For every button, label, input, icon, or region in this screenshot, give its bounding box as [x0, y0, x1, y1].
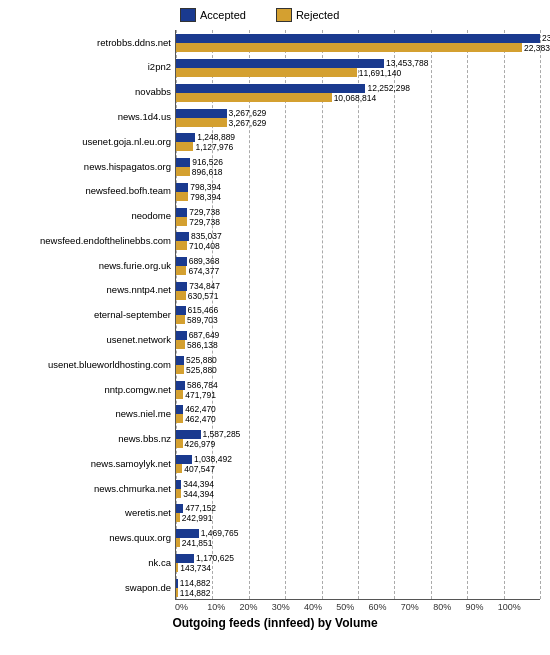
bar-rejected — [176, 390, 183, 399]
bar-row: 1,038,492407,547 — [176, 454, 540, 472]
bar-row: 586,784471,791 — [176, 380, 540, 398]
bar-rejected — [176, 266, 186, 275]
legend-accepted: Accepted — [180, 8, 246, 22]
x-tick: 70% — [401, 602, 433, 612]
bar-accepted — [176, 84, 365, 93]
bar-accepted — [176, 430, 201, 439]
bar-row: 729,738729,738 — [176, 207, 540, 225]
bar-label-accepted: 835,037 — [191, 231, 222, 241]
bar-rejected — [176, 464, 182, 473]
bar-label-rejected: 729,738 — [189, 217, 220, 227]
bar-row: 1,587,285426,979 — [176, 429, 540, 447]
bar-accepted — [176, 554, 194, 563]
bar-label-accepted: 477,152 — [185, 503, 216, 513]
bar-rejected — [176, 439, 183, 448]
bar-label-rejected: 1,127,976 — [195, 142, 233, 152]
bar-label-accepted: 689,368 — [189, 256, 220, 266]
bar-label-accepted: 344,394 — [183, 479, 214, 489]
y-label: i2pn2 — [10, 58, 171, 76]
bar-rejected — [176, 365, 184, 374]
y-label: nk.ca — [10, 554, 171, 572]
x-tick: 50% — [336, 602, 368, 612]
bar-label-rejected: 589,703 — [187, 315, 218, 325]
bar-label-rejected: 143,734 — [180, 563, 211, 573]
bar-rejected — [176, 340, 185, 349]
bar-row: 525,880525,880 — [176, 355, 540, 373]
bar-label-accepted: 586,784 — [187, 380, 218, 390]
bar-accepted — [176, 133, 195, 142]
bar-rejected — [176, 513, 180, 522]
y-label: weretis.net — [10, 504, 171, 522]
bar-label-rejected: 242,991 — [182, 513, 213, 523]
y-label: newsfeed.endofthelinebbs.com — [10, 232, 171, 250]
bar-label-rejected: 407,547 — [184, 464, 215, 474]
x-tick: 90% — [465, 602, 497, 612]
bar-accepted — [176, 529, 199, 538]
bar-row: 12,252,29810,068,814 — [176, 83, 540, 101]
bar-label-rejected: 462,470 — [185, 414, 216, 424]
bar-label-accepted: 13,453,788 — [386, 58, 429, 68]
bar-label-rejected: 241,851 — [182, 538, 213, 548]
bars-area: 23,544,60122,383,77913,453,78811,691,140… — [175, 30, 540, 600]
bar-accepted — [176, 282, 187, 291]
bar-accepted — [176, 306, 186, 315]
bar-label-rejected: 10,068,814 — [334, 93, 377, 103]
y-label: news.quux.org — [10, 529, 171, 547]
y-label: news.hispagatos.org — [10, 157, 171, 175]
bar-label-rejected: 525,880 — [186, 365, 217, 375]
bar-rejected — [176, 414, 183, 423]
bar-label-rejected: 426,979 — [185, 439, 216, 449]
legend-rejected-box — [276, 8, 292, 22]
bar-label-accepted: 1,469,765 — [201, 528, 239, 538]
y-label: usenet.network — [10, 331, 171, 349]
bar-rejected — [176, 489, 181, 498]
chart-container: Accepted Rejected retrobbs.ddns.neti2pn2… — [0, 0, 550, 655]
y-label: news.1d4.us — [10, 108, 171, 126]
bar-row: 3,267,6293,267,629 — [176, 108, 540, 126]
bar-accepted — [176, 480, 181, 489]
y-label: retrobbs.ddns.net — [10, 33, 171, 51]
y-label: swapon.de — [10, 579, 171, 597]
bar-label-accepted: 1,038,492 — [194, 454, 232, 464]
bar-rejected — [176, 167, 190, 176]
x-tick: 40% — [304, 602, 336, 612]
y-label: newsfeed.bofh.team — [10, 182, 171, 200]
bar-label-rejected: 344,394 — [183, 489, 214, 499]
bar-accepted — [176, 455, 192, 464]
bar-label-rejected: 471,791 — [185, 390, 216, 400]
y-label: neodome — [10, 207, 171, 225]
bar-label-accepted: 734,847 — [189, 281, 220, 291]
bar-rejected — [176, 217, 187, 226]
bar-label-rejected: 586,138 — [187, 340, 218, 350]
x-tick: 80% — [433, 602, 465, 612]
bar-accepted — [176, 356, 184, 365]
bar-label-rejected: 896,618 — [192, 167, 223, 177]
bar-rejected — [176, 315, 185, 324]
bar-accepted — [176, 232, 189, 241]
bar-rejected — [176, 192, 188, 201]
y-label: news.samoylyk.net — [10, 455, 171, 473]
bar-row: 734,847630,571 — [176, 281, 540, 299]
bar-rejected — [176, 291, 186, 300]
x-tick: 20% — [240, 602, 272, 612]
bar-label-accepted: 729,738 — [189, 207, 220, 217]
bar-row: 344,394344,394 — [176, 479, 540, 497]
x-axis-ticks: 0%10%20%30%40%50%60%70%80%90%100% — [10, 602, 540, 612]
bar-label-accepted: 114,882 — [180, 578, 211, 588]
bar-label-rejected: 710,408 — [189, 241, 220, 251]
bar-row: 1,248,8891,127,976 — [176, 132, 540, 150]
bar-rejected — [176, 43, 522, 52]
bar-label-accepted: 798,394 — [190, 182, 221, 192]
bar-row: 462,470462,470 — [176, 404, 540, 422]
bar-accepted — [176, 208, 187, 217]
bar-label-rejected: 798,394 — [190, 192, 221, 202]
bar-row: 477,152242,991 — [176, 503, 540, 521]
bar-row: 23,544,60122,383,779 — [176, 33, 540, 51]
x-tick: 30% — [272, 602, 304, 612]
y-label: news.chmurka.net — [10, 479, 171, 497]
y-label: news.nntp4.net — [10, 281, 171, 299]
y-label: news.niel.me — [10, 405, 171, 423]
grid-line — [540, 30, 541, 599]
bar-label-rejected: 3,267,629 — [229, 118, 267, 128]
chart-area: retrobbs.ddns.neti2pn2novabbsnews.1d4.us… — [10, 30, 540, 600]
